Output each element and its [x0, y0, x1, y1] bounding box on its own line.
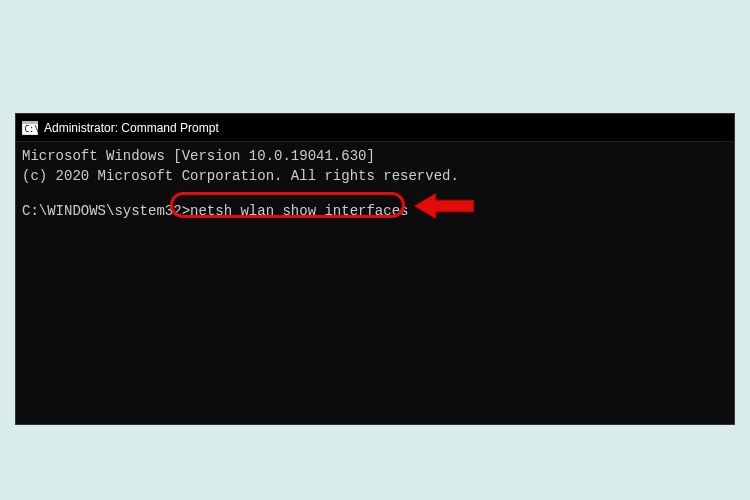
- output-line-copyright: (c) 2020 Microsoft Corporation. All righ…: [22, 166, 728, 186]
- command-input[interactable]: netsh wlan show interfaces: [190, 203, 408, 219]
- prompt-line: C:\WINDOWS\system32>netsh wlan show inte…: [22, 201, 728, 221]
- svg-marker-3: [414, 193, 474, 219]
- prompt-path: C:\WINDOWS\system32>: [22, 203, 190, 219]
- title-bar: C:\ Administrator: Command Prompt: [16, 114, 734, 142]
- command-prompt-window: C:\ Administrator: Command Prompt Micros…: [15, 113, 735, 425]
- terminal-body[interactable]: Microsoft Windows [Version 10.0.19041.63…: [16, 142, 734, 424]
- annotation-arrow-icon: [414, 191, 474, 221]
- svg-text:C:\: C:\: [25, 125, 39, 134]
- cmd-icon: C:\: [22, 121, 38, 135]
- output-line-version: Microsoft Windows [Version 10.0.19041.63…: [22, 146, 728, 166]
- svg-rect-1: [22, 121, 38, 124]
- window-title: Administrator: Command Prompt: [44, 121, 219, 135]
